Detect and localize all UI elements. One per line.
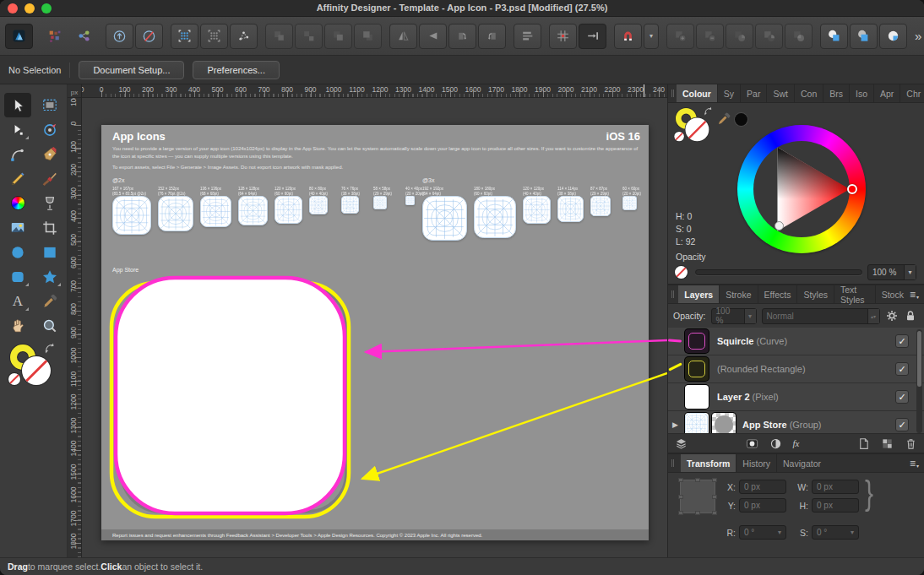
colour-tab-sy[interactable]: Sy — [717, 84, 740, 102]
delete-layer-icon[interactable] — [905, 437, 917, 450]
colour-tab-chr[interactable]: Chr — [900, 84, 924, 102]
fill-tool[interactable] — [4, 191, 31, 215]
icon-placeholder[interactable]: 136 × 136px(68 × 68pt) — [200, 187, 231, 227]
marquee-select-button[interactable] — [171, 24, 198, 49]
layer-visibility-checkbox[interactable]: ✓ — [895, 418, 909, 431]
panel-grip[interactable] — [671, 454, 678, 472]
move-by-whole-pixels-button[interactable] — [579, 24, 606, 49]
insert-on-top-button[interactable] — [879, 24, 907, 49]
transform-tab-history[interactable]: History — [736, 454, 776, 472]
panel-grip[interactable] — [671, 84, 674, 102]
transform-field-w[interactable]: 0 px — [812, 480, 859, 494]
toolbar-overflow-chevron[interactable]: » — [915, 29, 923, 43]
transform-field-y[interactable]: 0 px — [739, 498, 786, 513]
zoom-tool[interactable] — [36, 313, 63, 338]
artboard-tool[interactable] — [36, 93, 63, 117]
horizontal-ruler[interactable]: 1000100200300400500600700800900100011001… — [82, 84, 667, 98]
layer-row[interactable]: Layer 2 (Pixel)✓ — [668, 383, 924, 411]
rounded-rectangle-tool[interactable] — [4, 264, 31, 289]
layer-visibility-checkbox[interactable]: ✓ — [895, 362, 909, 376]
document-canvas[interactable]: App Icons iOS 16 You need to provide a l… — [101, 125, 649, 540]
picked-colour-swatch[interactable] — [735, 113, 747, 126]
layers-tab-stroke[interactable]: Stroke — [719, 285, 757, 303]
layer-thumbnail[interactable] — [685, 357, 709, 381]
rotate-cw-button[interactable] — [478, 24, 506, 49]
symbol-sync-button[interactable] — [106, 24, 133, 49]
fill-colour-swatch[interactable] — [685, 117, 709, 141]
icon-placeholder[interactable]: 80 × 80px(40 × 40pt) — [309, 187, 334, 214]
mask-layer-icon[interactable] — [746, 437, 758, 450]
icon-placeholder[interactable]: 152 × 152px(76 × 76pt @2x) — [158, 187, 193, 231]
snapping-button[interactable] — [614, 24, 642, 49]
star-tool[interactable] — [36, 264, 63, 289]
preferences-button[interactable]: Preferences... — [193, 61, 279, 79]
layer-effects-icon[interactable]: fx — [793, 438, 800, 448]
colour-wheel[interactable] — [737, 125, 866, 253]
icon-placeholder[interactable]: 120 × 120px(40 × 40pt) — [523, 187, 551, 224]
move-tool[interactable] — [4, 93, 31, 117]
icon-placeholder[interactable]: 87 × 87px(29 × 29pt) — [590, 187, 616, 216]
fill-stroke-selector[interactable] — [10, 344, 54, 388]
blend-options-gear-icon[interactable] — [885, 309, 899, 323]
panel-grip[interactable] — [671, 285, 676, 303]
corner-tool[interactable] — [4, 142, 31, 166]
place-image-tool[interactable] — [4, 215, 31, 240]
layer-thumbnail[interactable] — [685, 329, 709, 353]
layers-scrollbar[interactable] — [916, 329, 922, 433]
panel-fill-stroke-selector[interactable] — [676, 108, 712, 144]
artistic-text-tool[interactable]: A — [4, 289, 31, 313]
icon-placeholder[interactable]: 192 × 192px(64 × 64pt) — [422, 187, 467, 241]
layer-opacity-combo[interactable]: 100 %▾ — [711, 308, 757, 324]
colour-tab-apr[interactable]: Apr — [873, 84, 900, 102]
layer-row[interactable]: (Rounded Rectangle)✓ — [668, 355, 924, 383]
icon-placeholder[interactable]: 114 × 114px(38 × 38pt) — [557, 187, 584, 222]
layers-tab-layers[interactable]: Layers — [678, 285, 719, 303]
vector-brush-tool[interactable] — [36, 166, 63, 191]
symbol-detach-button[interactable] — [135, 24, 163, 49]
new-pixel-layer-icon[interactable] — [881, 437, 894, 450]
icon-placeholder[interactable]: 58 × 58px(29 × 29pt) — [373, 187, 399, 209]
marquee-deselect-button[interactable] — [200, 24, 228, 49]
fill-colour-swatch[interactable] — [22, 356, 51, 385]
canvas-viewport[interactable]: App Icons iOS 16 You need to provide a l… — [82, 98, 667, 557]
ruler-unit[interactable]: px — [68, 84, 82, 98]
layer-visibility-checkbox[interactable]: ✓ — [895, 334, 909, 348]
colour-tab-con[interactable]: Con — [794, 84, 823, 102]
mask-thumbnail[interactable] — [712, 413, 736, 435]
node-tool[interactable] — [4, 117, 31, 142]
icon-placeholder[interactable]: 120 × 120px(60 × 60pt) — [274, 187, 302, 224]
transform-panel-menu-icon[interactable]: ≡▾ — [910, 454, 924, 472]
vertical-ruler[interactable]: 1000100200300400500600700800900100011001… — [68, 98, 82, 557]
pencil-tool[interactable] — [4, 166, 31, 191]
anchor-point-selector[interactable] — [680, 480, 715, 513]
document-setup-button[interactable]: Document Setup... — [79, 61, 184, 79]
transform-tab-transform[interactable]: Transform — [681, 454, 736, 472]
transform-tab-navigator[interactable]: Navigator — [776, 454, 827, 472]
transform-field-s[interactable]: 0 °▾ — [812, 525, 859, 540]
colour-tab-par[interactable]: Par — [740, 84, 766, 102]
new-layer-icon[interactable] — [857, 437, 870, 450]
pen-tool[interactable] — [36, 142, 63, 166]
layer-thumbnail[interactable] — [685, 385, 709, 409]
rotate-ccw-button[interactable] — [448, 24, 476, 49]
colour-picker-tool[interactable] — [36, 289, 63, 313]
icon-placeholder[interactable]: 76 × 76px(38 × 38pt) — [341, 187, 367, 214]
icon-placeholder[interactable]: 167 × 167px(83.5 × 83.5pt @2x) — [112, 187, 151, 235]
flip-vertical-button[interactable] — [419, 24, 447, 49]
opacity-value-combo[interactable]: 100 %▾ — [867, 264, 916, 280]
view-tool[interactable] — [4, 313, 31, 338]
shade-selector-dot[interactable] — [775, 221, 784, 231]
disclosure-icon[interactable]: ▶ — [672, 420, 678, 429]
link-dimensions-brace[interactable]: } — [865, 475, 873, 513]
share-nodes-button[interactable] — [70, 24, 98, 49]
transform-field-h[interactable]: 0 px — [812, 498, 859, 513]
icon-placeholder[interactable]: 60 × 60px(20 × 20pt) — [622, 187, 648, 210]
colour-tab-brs[interactable]: Brs — [823, 84, 849, 102]
adjustment-layer-icon[interactable] — [769, 437, 782, 450]
colour-tab-iso[interactable]: Iso — [849, 84, 873, 102]
insert-behind-button[interactable] — [820, 24, 848, 49]
layers-panel-menu-icon[interactable]: ≡▾ — [910, 285, 924, 303]
opacity-slider[interactable] — [695, 269, 862, 275]
flip-horizontal-button[interactable] — [389, 24, 417, 49]
designer-persona-button[interactable] — [5, 24, 33, 49]
